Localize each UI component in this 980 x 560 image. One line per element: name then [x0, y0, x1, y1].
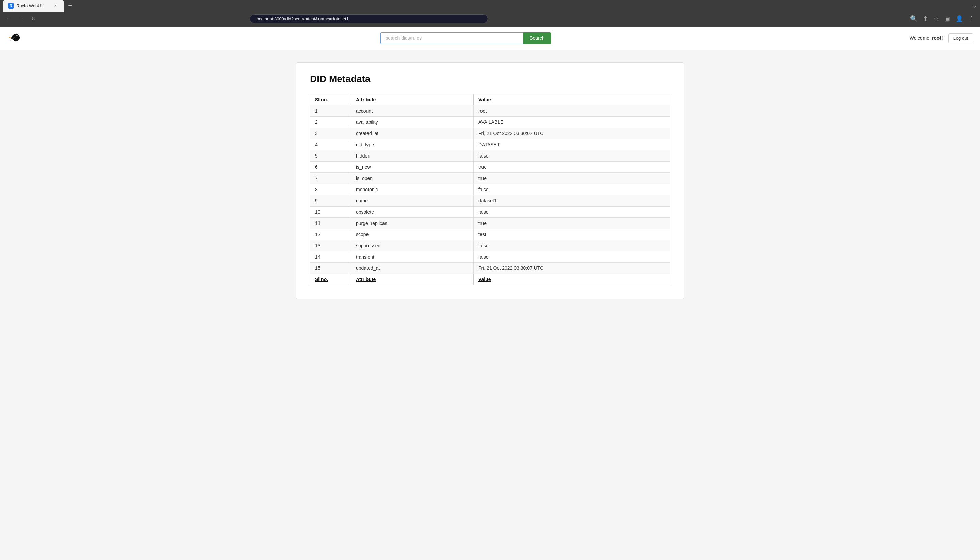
svg-text:R: R: [10, 4, 12, 8]
svg-point-3: [16, 35, 18, 36]
col-footer-value: Value: [474, 274, 670, 285]
cell-attribute: hidden: [351, 150, 474, 162]
cell-slno: 5: [310, 150, 351, 162]
page-container: DID Metadata Sl no. Attribute Value 1acc…: [296, 62, 684, 299]
cell-value: Fri, 21 Oct 2022 03:30:07 UTC: [474, 128, 670, 139]
cell-attribute: created_at: [351, 128, 474, 139]
cell-slno: 13: [310, 240, 351, 252]
table-row: 6is_newtrue: [310, 162, 670, 173]
cell-attribute: is_open: [351, 173, 474, 184]
browser-profile-icon[interactable]: 👤: [954, 13, 964, 24]
cell-slno: 10: [310, 207, 351, 218]
tab-title: Rucio WebUI: [16, 3, 42, 8]
browser-tab[interactable]: R Rucio WebUI ×: [3, 0, 64, 12]
cell-value: test: [474, 229, 670, 240]
logout-button[interactable]: Log out: [948, 33, 973, 43]
browser-tab-bar: R Rucio WebUI × + ⌄: [0, 0, 980, 12]
table-row: 10obsoletefalse: [310, 207, 670, 218]
header-right: Welcome, root! Log out: [910, 33, 973, 43]
table-row: 8monotonicfalse: [310, 184, 670, 195]
new-tab-button[interactable]: +: [65, 1, 75, 10]
search-button[interactable]: Search: [523, 32, 550, 44]
col-footer-slno: Sl no.: [310, 274, 351, 285]
table-row: 4did_typeDATASET: [310, 139, 670, 150]
cell-value: false: [474, 150, 670, 162]
search-bar: Search: [27, 32, 904, 44]
cell-attribute: availability: [351, 117, 474, 128]
cell-attribute: name: [351, 195, 474, 207]
table-row: 5hiddenfalse: [310, 150, 670, 162]
cell-value: false: [474, 240, 670, 252]
table-header-row: Sl no. Attribute Value: [310, 94, 670, 105]
cell-value: true: [474, 218, 670, 229]
cell-attribute: suppressed: [351, 240, 474, 252]
table-footer-row: Sl no. Attribute Value: [310, 274, 670, 285]
cell-value: dataset1: [474, 195, 670, 207]
cell-attribute: did_type: [351, 139, 474, 150]
table-row: 14transientfalse: [310, 252, 670, 263]
table-row: 9namedataset1: [310, 195, 670, 207]
metadata-table: Sl no. Attribute Value 1accountroot2avai…: [310, 94, 670, 285]
reload-button[interactable]: ↻: [28, 14, 38, 23]
cell-slno: 2: [310, 117, 351, 128]
table-row: 2availabilityAVAILABLE: [310, 117, 670, 128]
address-input[interactable]: [250, 14, 488, 23]
table-row: 7is_opentrue: [310, 173, 670, 184]
browser-toolbar: 🔍 ⬆ ☆ ▣ 👤 ⋮: [908, 13, 976, 24]
rucio-logo-icon: [7, 31, 22, 46]
cell-attribute: monotonic: [351, 184, 474, 195]
table-row: 12scopetest: [310, 229, 670, 240]
tabs-dropdown[interactable]: ⌄: [972, 2, 977, 10]
table-row: 3created_atFri, 21 Oct 2022 03:30:07 UTC: [310, 128, 670, 139]
cell-attribute: scope: [351, 229, 474, 240]
cell-slno: 14: [310, 252, 351, 263]
app-header: Search Welcome, root! Log out: [0, 27, 980, 50]
table-row: 13suppressedfalse: [310, 240, 670, 252]
cell-slno: 7: [310, 173, 351, 184]
cell-slno: 9: [310, 195, 351, 207]
cell-value: AVAILABLE: [474, 117, 670, 128]
cell-attribute: transient: [351, 252, 474, 263]
cell-value: false: [474, 207, 670, 218]
cell-attribute: is_new: [351, 162, 474, 173]
cell-value: DATASET: [474, 139, 670, 150]
cell-slno: 8: [310, 184, 351, 195]
app-logo: [7, 31, 22, 46]
browser-share-icon[interactable]: ⬆: [922, 13, 929, 24]
cell-value: true: [474, 173, 670, 184]
address-bar: ← → ↻ 🔍 ⬆ ☆ ▣ 👤 ⋮: [0, 12, 980, 27]
cell-slno: 12: [310, 229, 351, 240]
col-header-attribute: Attribute: [351, 94, 474, 105]
cell-value: false: [474, 252, 670, 263]
table-row: 1accountroot: [310, 105, 670, 117]
cell-attribute: account: [351, 105, 474, 117]
welcome-prefix: Welcome,: [910, 35, 931, 41]
cell-attribute: purge_replicas: [351, 218, 474, 229]
table-row: 15updated_atFri, 21 Oct 2022 03:30:07 UT…: [310, 263, 670, 274]
col-footer-attribute: Attribute: [351, 274, 474, 285]
browser-layout-icon[interactable]: ▣: [943, 13, 952, 24]
browser-menu-icon[interactable]: ⋮: [967, 13, 976, 24]
username-display: root!: [932, 35, 943, 41]
browser-search-icon[interactable]: 🔍: [908, 13, 919, 24]
cell-value: true: [474, 162, 670, 173]
page-title: DID Metadata: [310, 73, 670, 84]
cell-slno: 11: [310, 218, 351, 229]
table-row: 11purge_replicastrue: [310, 218, 670, 229]
cell-attribute: obsolete: [351, 207, 474, 218]
cell-attribute: updated_at: [351, 263, 474, 274]
back-button[interactable]: ←: [4, 14, 13, 23]
welcome-message: Welcome, root!: [910, 35, 943, 41]
cell-slno: 3: [310, 128, 351, 139]
search-input[interactable]: [380, 32, 523, 44]
table-body: 1accountroot2availabilityAVAILABLE3creat…: [310, 105, 670, 274]
cell-value: Fri, 21 Oct 2022 03:30:07 UTC: [474, 263, 670, 274]
cell-slno: 6: [310, 162, 351, 173]
browser-bookmark-icon[interactable]: ☆: [932, 13, 940, 24]
col-header-value: Value: [474, 94, 670, 105]
tab-close-button[interactable]: ×: [52, 3, 58, 9]
cell-slno: 15: [310, 263, 351, 274]
cell-value: false: [474, 184, 670, 195]
cell-value: root: [474, 105, 670, 117]
forward-button[interactable]: →: [16, 14, 26, 23]
